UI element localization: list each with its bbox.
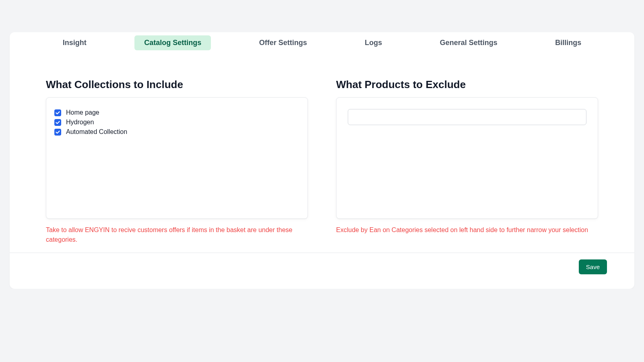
- collections-include-column: What Collections to Include Home page: [46, 78, 308, 245]
- tab-bar: Insight Catalog Settings Offer Settings …: [10, 32, 634, 50]
- collections-include-title: What Collections to Include: [46, 78, 308, 91]
- tab-general-settings[interactable]: General Settings: [430, 35, 507, 50]
- checkbox-row-automated: Automated Collection: [54, 128, 299, 136]
- checkbox-label-automated[interactable]: Automated Collection: [66, 128, 127, 136]
- checkbox-row-hydrogen: Hydrogen: [54, 119, 299, 126]
- content-area: What Collections to Include Home page: [10, 50, 634, 253]
- save-button[interactable]: Save: [579, 259, 607, 274]
- products-exclude-column: What Products to Exclude Exclude by Ean …: [336, 78, 598, 245]
- tab-insight[interactable]: Insight: [53, 35, 96, 50]
- products-help-text: Exclude by Ean on Categories selected on…: [336, 225, 598, 235]
- tab-offer-settings[interactable]: Offer Settings: [250, 35, 317, 50]
- checkbox-hydrogen[interactable]: [54, 119, 61, 126]
- exclude-ean-input[interactable]: [348, 109, 586, 125]
- checkmark-icon: [56, 120, 60, 125]
- checkmark-icon: [56, 130, 60, 134]
- checkmark-icon: [56, 111, 60, 115]
- main-card: Insight Catalog Settings Offer Settings …: [10, 32, 634, 289]
- checkbox-label-home-page[interactable]: Home page: [66, 109, 99, 116]
- checkbox-list: Home page Hydrogen Automated: [54, 109, 299, 136]
- checkbox-home-page[interactable]: [54, 109, 61, 116]
- footer-actions: Save: [10, 259, 634, 286]
- tab-billings[interactable]: Billings: [545, 35, 591, 50]
- collections-panel: Home page Hydrogen Automated: [46, 97, 308, 219]
- checkbox-row-home-page: Home page: [54, 109, 299, 116]
- checkbox-automated-collection[interactable]: [54, 129, 61, 136]
- products-exclude-title: What Products to Exclude: [336, 78, 598, 91]
- checkbox-label-hydrogen[interactable]: Hydrogen: [66, 119, 94, 126]
- tab-catalog-settings[interactable]: Catalog Settings: [134, 35, 211, 50]
- tab-logs[interactable]: Logs: [355, 35, 392, 50]
- collections-help-text: Take to allow ENGYIN to recive customers…: [46, 225, 308, 245]
- products-panel: [336, 97, 598, 219]
